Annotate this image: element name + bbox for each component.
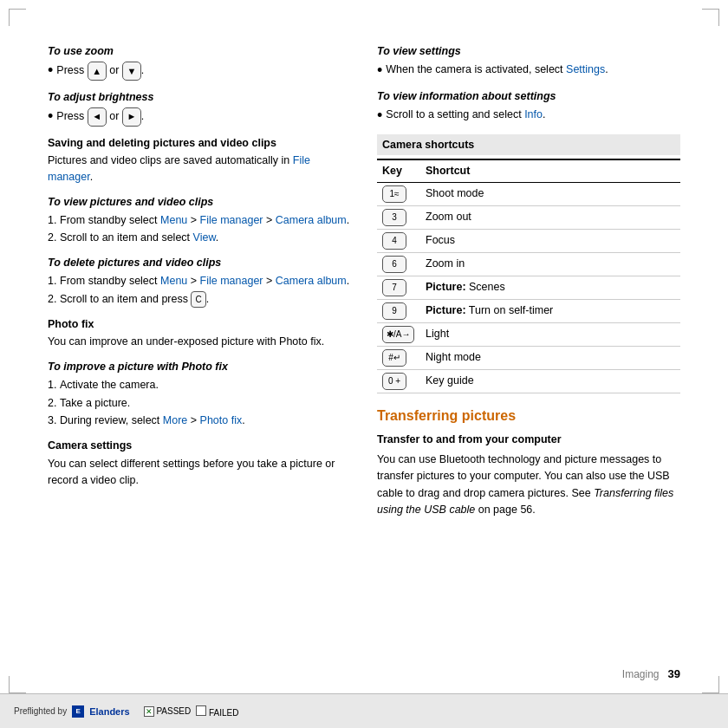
more-link[interactable]: More [163, 414, 187, 426]
transfer-subtitle: Transfer to and from your computer [377, 432, 680, 448]
photofix-title: Photo fix [48, 316, 351, 333]
shortcut-row: #↵Night mode [377, 347, 680, 370]
shortcut-key-cell: 7 [377, 276, 420, 300]
corner-mark-tl [9, 9, 26, 26]
shortcut-label: Zoom in [420, 253, 680, 276]
zoom-title: To use zoom [48, 43, 351, 60]
bullet-dot2: • [48, 107, 53, 127]
shortcuts-heading: Camera shortcuts [377, 134, 680, 156]
shortcut-key-cell: 3 [377, 206, 420, 230]
section-brightness: To adjust brightness • Press ◄ or ►. [48, 89, 351, 127]
right-key-icon: ► [122, 107, 141, 127]
photofix-link[interactable]: Photo fix [200, 414, 243, 426]
shortcut-label: Night mode [420, 347, 680, 370]
left-key-icon: ◄ [88, 107, 107, 127]
shortcuts-table: Key Shortcut 1≈Shoot mode3Zoom out4Focus… [377, 159, 680, 393]
shortcut-row: 0 +Key guide [377, 370, 680, 393]
failed-label: FAILED [209, 708, 238, 718]
improve-step2: Take a picture. [60, 395, 351, 412]
main-content: To use zoom • Press ▲ or ▼. To adjust br… [48, 43, 680, 676]
section-label: Imaging [622, 668, 660, 680]
settings-link[interactable]: Settings [566, 63, 605, 75]
brightness-text: Press ◄ or ►. [56, 107, 351, 127]
delete-pics-list: From standby select Menu > File manager … [48, 273, 351, 308]
left-column: To use zoom • Press ▲ or ▼. To adjust br… [48, 43, 351, 676]
improve-title: To improve a picture with Photo fix [48, 359, 351, 375]
transfer-body: You can use Bluetooth technology and pic… [377, 452, 680, 519]
view-settings-text: When the camera is activated, select Set… [386, 62, 680, 78]
zoom-bullet: • Press ▲ or ▼. [48, 62, 351, 81]
improve-step1: Activate the camera. [60, 377, 351, 393]
shortcut-label: Key guide [420, 370, 680, 393]
view-step2: Scroll to an item and select View. [60, 230, 351, 246]
shortcut-label: Picture: Turn on self-timer [420, 300, 680, 323]
corner-mark-br [702, 676, 719, 693]
menu-link2[interactable]: Menu [160, 275, 187, 287]
view-pics-title: To view pictures and video clips [48, 194, 351, 211]
key-icon: ✱/A→ [382, 326, 414, 343]
bullet-dot: • [48, 62, 53, 81]
view-settings-bullet: • When the camera is activated, select S… [377, 62, 680, 81]
shortcut-row: ✱/A→Light [377, 323, 680, 347]
camera-album-link1[interactable]: Camera album [276, 214, 347, 226]
shortcut-label: Shoot mode [420, 183, 680, 206]
improve-step3: During review, select More > Photo fix. [60, 413, 351, 429]
camera-settings-body: You can select different settings before… [48, 456, 351, 489]
section-saving: Saving and deleting pictures and video c… [48, 135, 351, 185]
page-number-area: Imaging 39 [622, 667, 680, 680]
improve-list: Activate the camera. Take a picture. Dur… [48, 377, 351, 429]
elanders-logo: Elanders [89, 706, 129, 717]
view-link[interactable]: View [193, 231, 216, 244]
shortcut-label: Light [420, 323, 680, 347]
bullet-dot3: • [377, 62, 382, 81]
file-manager-link3[interactable]: File manager [200, 275, 263, 287]
view-settings-title: To view settings [377, 43, 680, 60]
camera-settings-title: Camera settings [48, 438, 351, 454]
shortcut-row: 9Picture: Turn on self-timer [377, 300, 680, 323]
shortcut-row: 7Picture: Scenes [377, 276, 680, 300]
shortcut-label: Picture: Scenes [420, 276, 680, 300]
key-icon: 4 [382, 232, 406, 250]
section-photofix: Photo fix You can improve an under-expos… [48, 316, 351, 351]
shortcut-label: Focus [420, 230, 680, 253]
key-icon: 1≈ [382, 185, 406, 203]
down-key-icon: ▼ [122, 62, 141, 81]
elanders-icon: E [72, 705, 84, 718]
view-info-bullet: • Scroll to a setting and select Info. [377, 107, 680, 126]
camera-album-link2[interactable]: Camera album [276, 275, 347, 287]
right-column: To view settings • When the camera is ac… [377, 43, 680, 676]
key-icon: 6 [382, 256, 406, 273]
zoom-text: Press ▲ or ▼. [56, 62, 351, 81]
passed-checkbox-icon: ✕ [144, 706, 154, 717]
bottom-bar: Preflighted by E Elanders ✕ PASSED FAILE… [0, 693, 728, 728]
shortcut-key-cell: 6 [377, 253, 420, 276]
shortcut-key-cell: ✱/A→ [377, 323, 420, 347]
shortcut-col-header: Shortcut [420, 159, 680, 182]
shortcut-key-cell: #↵ [377, 347, 420, 370]
failed-section: FAILED [196, 705, 238, 718]
brightness-bullet: • Press ◄ or ►. [48, 107, 351, 127]
view-pics-list: From standby select Menu > File manager … [48, 212, 351, 247]
corner-mark-tr [702, 9, 719, 26]
section-view-settings: To view settings • When the camera is ac… [377, 43, 680, 80]
delete-step1: From standby select Menu > File manager … [60, 273, 351, 289]
menu-link1[interactable]: Menu [160, 214, 187, 226]
transferring-title: Transferring pictures [377, 406, 680, 426]
view-info-text: Scroll to a setting and select Info. [386, 107, 680, 123]
shortcuts-header: Key Shortcut [377, 159, 680, 182]
key-icon: 7 [382, 279, 406, 296]
section-zoom: To use zoom • Press ▲ or ▼. [48, 43, 351, 81]
key-icon: #↵ [382, 349, 406, 367]
file-manager-link2[interactable]: File manager [200, 214, 263, 226]
section-transferring: Transferring pictures Transfer to and fr… [377, 406, 680, 518]
brightness-title: To adjust brightness [48, 89, 351, 106]
shortcut-row: 1≈Shoot mode [377, 183, 680, 206]
section-camera-settings: Camera settings You can select different… [48, 438, 351, 488]
shortcut-key-cell: 9 [377, 300, 420, 323]
delete-step2: Scroll to an item and press C. [60, 291, 351, 308]
key-icon: 3 [382, 209, 406, 226]
shortcut-row: 3Zoom out [377, 206, 680, 230]
info-link[interactable]: Info [524, 108, 543, 120]
saving-title: Saving and deleting pictures and video c… [48, 135, 351, 152]
c-key-icon: C [191, 291, 205, 308]
